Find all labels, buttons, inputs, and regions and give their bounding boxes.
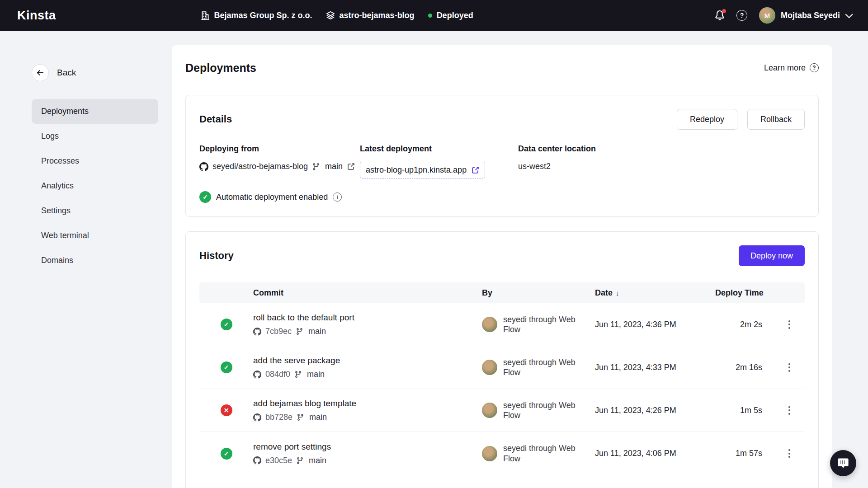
column-date[interactable]: Date ↓: [595, 288, 715, 298]
history-panel: History Deploy now Commit By Date ↓ Depl…: [185, 231, 819, 488]
status-dot-icon: [428, 14, 432, 18]
back-button[interactable]: Back: [32, 64, 158, 81]
user-avatar: M: [759, 7, 775, 23]
committer-name: seyedi through Web Flow: [503, 443, 576, 464]
user-name: Mojtaba Seyedi: [781, 11, 840, 20]
company-name: Bejamas Group Sp. z o.o.: [214, 11, 312, 20]
github-icon: [253, 413, 261, 422]
column-deploy-time: Deploy Time: [715, 288, 774, 298]
deploy-date: Jun 11, 2023, 4:26 PM: [595, 406, 715, 415]
column-commit: Commit: [253, 288, 482, 298]
git-branch-icon: [294, 371, 302, 378]
chevron-down-icon: [845, 10, 853, 18]
row-menu-button[interactable]: [774, 446, 805, 461]
sort-desc-icon: ↓: [616, 289, 619, 297]
arrow-left-icon: [32, 64, 49, 81]
table-header: Commit By Date ↓ Deploy Time: [199, 282, 805, 303]
sidebar-item-analytics[interactable]: Analytics: [32, 174, 158, 198]
committer-name: seyedi through Web Flow: [503, 314, 576, 335]
github-icon: [199, 162, 208, 171]
data-center-value: us-west2: [518, 162, 551, 171]
sidebar-item-deployments[interactable]: Deployments: [32, 99, 158, 124]
commit-branch: main: [308, 327, 326, 336]
committer-avatar: [482, 403, 497, 418]
repo-name: seyedi/astro-bejamas-blog: [212, 162, 308, 171]
sidebar: Back Deployments Logs Processes Analytic…: [32, 31, 158, 273]
table-row: add the serve package 084df0 main seyedi…: [199, 346, 805, 389]
row-menu-button[interactable]: [774, 403, 805, 418]
commit-branch: main: [309, 456, 326, 465]
help-circle-icon: ?: [810, 63, 819, 72]
main-content: Deployments Learn more ? Details Redeplo…: [172, 45, 832, 488]
layers-icon: [326, 11, 335, 20]
kinsta-logo: Kinsta: [17, 9, 56, 23]
deploy-time: 2m 16s: [715, 363, 774, 372]
sidebar-item-settings[interactable]: Settings: [32, 198, 158, 223]
sidebar-item-logs[interactable]: Logs: [32, 124, 158, 149]
deploy-now-button[interactable]: Deploy now: [739, 245, 805, 266]
learn-more-link[interactable]: Learn more ?: [764, 63, 819, 73]
status-label: Deployed: [437, 11, 473, 20]
committer-avatar: [482, 317, 497, 332]
commit-hash: 084df0: [265, 370, 290, 379]
deploy-time: 1m 57s: [715, 449, 774, 458]
notifications-button[interactable]: [715, 10, 725, 20]
company-selector[interactable]: Bejamas Group Sp. z o.o.: [201, 11, 312, 20]
deploy-time: 2m 2s: [715, 320, 774, 329]
commit-branch: main: [307, 370, 325, 379]
commit-message: remove port settings: [253, 442, 482, 452]
deploy-time: 1m 5s: [715, 406, 774, 415]
details-title: Details: [199, 113, 232, 125]
committer-avatar: [482, 360, 497, 375]
details-panel: Details Redeploy Rollback Deploying from…: [185, 95, 819, 217]
branch-name: main: [325, 162, 343, 171]
sidebar-nav: Deployments Logs Processes Analytics Set…: [32, 99, 158, 273]
redeploy-button[interactable]: Redeploy: [677, 109, 737, 130]
commit-hash: bb728e: [265, 413, 292, 422]
github-icon: [253, 328, 261, 336]
table-row: roll back to the default port 7cb9ec mai…: [199, 303, 805, 346]
history-title: History: [199, 250, 234, 262]
deployment-url: astro-blog-up1pn.kinsta.app: [366, 165, 467, 175]
sidebar-item-domains[interactable]: Domains: [32, 248, 158, 273]
app-name: astro-bejamas-blog: [340, 11, 415, 20]
row-menu-button[interactable]: [774, 317, 805, 333]
column-by: By: [482, 288, 595, 298]
building-icon: [201, 11, 210, 20]
latest-deployment-label: Latest deployment: [360, 144, 487, 154]
deployment-status: Deployed: [428, 11, 473, 20]
git-branch-icon: [296, 457, 304, 465]
data-center-label: Data center location: [518, 144, 596, 154]
deploy-status-icon: [221, 361, 232, 373]
user-menu[interactable]: M Mojtaba Seyedi: [759, 7, 851, 23]
page-title: Deployments: [185, 61, 256, 75]
auto-deploy-label: Automatic deployment enabled: [216, 192, 328, 202]
deployment-url-link[interactable]: astro-blog-up1pn.kinsta.app: [360, 162, 485, 178]
commit-message: add the serve package: [253, 356, 482, 366]
commit-message: add bejamas blog template: [253, 399, 482, 408]
committer-avatar: [482, 446, 497, 461]
info-icon[interactable]: i: [333, 192, 342, 202]
deploy-date: Jun 11, 2023, 4:06 PM: [595, 449, 715, 458]
sidebar-item-web-terminal[interactable]: Web terminal: [32, 223, 158, 248]
deploy-status-icon: [221, 319, 232, 330]
git-branch-icon: [312, 163, 320, 171]
chat-launcher-button[interactable]: [830, 450, 856, 476]
learn-more-label: Learn more: [764, 63, 806, 73]
external-link-icon[interactable]: [347, 163, 355, 171]
chat-bubble-icon: [837, 457, 849, 469]
github-icon: [253, 456, 261, 465]
rollback-button[interactable]: Rollback: [747, 109, 805, 130]
commit-hash: 7cb9ec: [265, 327, 292, 336]
row-menu-button[interactable]: [774, 360, 805, 375]
notification-badge: [722, 9, 726, 13]
git-branch-icon: [297, 413, 304, 421]
app-selector[interactable]: astro-bejamas-blog: [326, 11, 415, 20]
back-label: Back: [57, 68, 76, 78]
committer-name: seyedi through Web Flow: [503, 400, 576, 421]
committer-name: seyedi through Web Flow: [503, 357, 576, 378]
table-row: add bejamas blog template bb728e main se…: [199, 389, 805, 432]
help-button[interactable]: ?: [736, 10, 747, 21]
sidebar-item-processes[interactable]: Processes: [32, 149, 158, 174]
deploy-date: Jun 11, 2023, 4:36 PM: [595, 320, 715, 329]
